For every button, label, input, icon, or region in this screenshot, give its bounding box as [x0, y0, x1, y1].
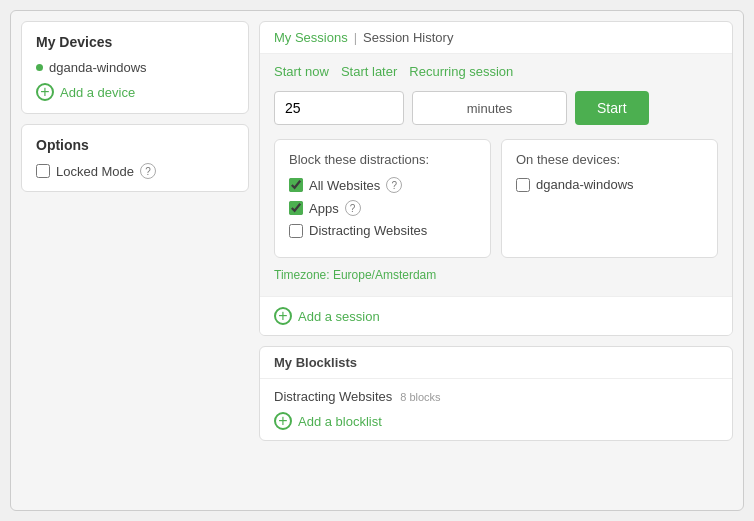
add-device-button[interactable]: + Add a device — [36, 83, 135, 101]
block-distractions-box: Block these distractions: All Websites ?… — [274, 139, 491, 258]
add-session-plus-icon: + — [274, 307, 292, 325]
locked-mode-label: Locked Mode — [56, 164, 134, 179]
block-distractions-title: Block these distractions: — [289, 152, 476, 167]
add-device-label: Add a device — [60, 85, 135, 100]
distracting-websites-checkbox[interactable] — [289, 224, 303, 238]
device-check-row: dganda-windows — [516, 177, 703, 192]
add-session-label: Add a session — [298, 309, 380, 324]
sessions-header: My Sessions | Session History — [260, 22, 732, 54]
recurring-session-link[interactable]: Recurring session — [409, 64, 513, 79]
apps-checkbox[interactable] — [289, 201, 303, 215]
session-inputs: Start — [274, 91, 718, 125]
distracting-websites-label: Distracting Websites — [309, 223, 427, 238]
blocklist-name: Distracting Websites — [274, 389, 392, 404]
start-later-link[interactable]: Start later — [341, 64, 397, 79]
add-device-plus-icon: + — [36, 83, 54, 101]
tab-divider: | — [354, 30, 357, 45]
tab-my-sessions[interactable]: My Sessions — [274, 30, 348, 45]
distracting-websites-row: Distracting Websites — [289, 223, 476, 238]
apps-label: Apps — [309, 201, 339, 216]
locked-mode-help-icon: ? — [140, 163, 156, 179]
locked-mode-checkbox[interactable] — [36, 164, 50, 178]
all-websites-row: All Websites ? — [289, 177, 476, 193]
add-blocklist-plus-icon: + — [274, 412, 292, 430]
all-websites-label: All Websites — [309, 178, 380, 193]
sessions-content: Start now Start later Recurring session … — [260, 54, 732, 296]
timezone-link[interactable]: Timezone: Europe/Amsterdam — [274, 268, 718, 282]
sessions-box: My Sessions | Session History Start now … — [259, 21, 733, 336]
device-check-label: dganda-windows — [536, 177, 634, 192]
device-name: dganda-windows — [49, 60, 147, 75]
all-websites-help-icon: ? — [386, 177, 402, 193]
my-devices-box: My Devices dganda-windows + Add a device — [21, 21, 249, 114]
left-panel: My Devices dganda-windows + Add a device… — [21, 21, 249, 500]
unit-input[interactable] — [412, 91, 567, 125]
tab-session-history[interactable]: Session History — [363, 30, 453, 45]
all-websites-checkbox[interactable] — [289, 178, 303, 192]
add-blocklist-label: Add a blocklist — [298, 414, 382, 429]
options-title: Options — [36, 137, 234, 153]
device-item: dganda-windows — [36, 60, 234, 75]
add-session-row: + Add a session — [260, 296, 732, 335]
start-button[interactable]: Start — [575, 91, 649, 125]
session-links: Start now Start later Recurring session — [274, 64, 718, 79]
apps-row: Apps ? — [289, 200, 476, 216]
on-devices-title: On these devices: — [516, 152, 703, 167]
blocklist-item[interactable]: Distracting Websites 8 blocks — [274, 389, 718, 404]
blocklists-content: Distracting Websites 8 blocks + Add a bl… — [260, 379, 732, 440]
distraction-row: Block these distractions: All Websites ?… — [274, 139, 718, 258]
blocks-badge: 8 blocks — [400, 391, 440, 403]
add-session-button[interactable]: + Add a session — [274, 307, 380, 325]
locked-mode-row: Locked Mode ? — [36, 163, 234, 179]
duration-input[interactable] — [274, 91, 404, 125]
device-checkbox[interactable] — [516, 178, 530, 192]
device-bullet-icon — [36, 64, 43, 71]
my-devices-title: My Devices — [36, 34, 234, 50]
apps-help-icon: ? — [345, 200, 361, 216]
main-container: My Devices dganda-windows + Add a device… — [10, 10, 744, 511]
start-now-link[interactable]: Start now — [274, 64, 329, 79]
blocklists-box: My Blocklists Distracting Websites 8 blo… — [259, 346, 733, 441]
add-blocklist-button[interactable]: + Add a blocklist — [274, 412, 718, 430]
right-panel: My Sessions | Session History Start now … — [259, 21, 733, 500]
options-box: Options Locked Mode ? — [21, 124, 249, 192]
blocklists-title: My Blocklists — [260, 347, 732, 379]
on-devices-box: On these devices: dganda-windows — [501, 139, 718, 258]
